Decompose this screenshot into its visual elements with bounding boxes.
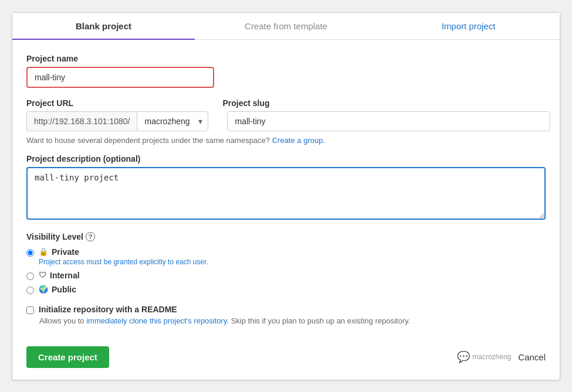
tab-template[interactable]: Create from template [195, 13, 377, 39]
visibility-title: Visibility Level ? [26, 232, 546, 241]
readme-section: Initialize repository with a README Allo… [26, 305, 546, 325]
visibility-public-item: 🌍 Public [26, 285, 546, 294]
cancel-button[interactable]: Cancel [518, 352, 546, 362]
project-name-input[interactable] [26, 67, 214, 88]
readme-hint: Allows you to immediately clone this pro… [39, 316, 546, 325]
visibility-private-item: 🔒 Private Project access must be granted… [26, 247, 546, 266]
footer-right: 💬 macrozheng Cancel [457, 350, 546, 363]
url-row: http://192.168.3.101:1080/ macrozheng [26, 111, 208, 131]
create-project-button[interactable]: Create project [26, 346, 109, 368]
visibility-radio-group: 🔒 Private Project access must be granted… [26, 247, 546, 294]
tab-bar: Blank project Create from template Impor… [12, 13, 560, 40]
description-label: Project description (optional) [26, 154, 546, 163]
description-group: Project description (optional) mall-tiny… [26, 154, 546, 221]
tab-import[interactable]: Import project [377, 13, 560, 39]
shield-icon: 🛡 [39, 271, 46, 279]
create-group-link[interactable]: Create a group. [272, 136, 325, 145]
project-slug-label: Project slug [222, 98, 546, 108]
url-prefix: http://192.168.3.101:1080/ [26, 111, 137, 131]
visibility-public-radio[interactable] [26, 287, 34, 294]
readme-checkbox-item: Initialize repository with a README [26, 305, 546, 314]
project-slug-group: Project slug [222, 98, 546, 131]
readme-label: Initialize repository with a README [39, 305, 177, 314]
visibility-private-desc: Project access must be granted explicitl… [39, 258, 208, 266]
visibility-public-label: 🌍 Public [39, 285, 76, 294]
description-textarea[interactable]: mall-tiny project [26, 167, 546, 220]
form-content: Project name Project URL http://192.168.… [12, 40, 560, 340]
lock-icon: 🔒 [39, 247, 48, 256]
namespace-select-wrapper: macrozheng [137, 111, 208, 131]
project-url-label: Project URL [26, 98, 208, 108]
readme-hint-link[interactable]: immediately clone this project's reposit… [86, 316, 229, 325]
visibility-internal-label: 🛡 Internal [39, 271, 80, 280]
project-name-label: Project name [26, 54, 546, 63]
visibility-internal-radio[interactable] [26, 272, 34, 280]
project-slug-input[interactable] [227, 111, 550, 131]
watermark: 💬 macrozheng [457, 350, 511, 363]
namespace-hint: Want to house several dependent projects… [26, 136, 546, 145]
project-url-group: Project URL http://192.168.3.101:1080/ m… [26, 98, 208, 131]
readme-checkbox[interactable] [26, 306, 34, 314]
tab-blank[interactable]: Blank project [12, 13, 195, 39]
url-slug-row: Project URL http://192.168.3.101:1080/ m… [26, 98, 546, 131]
visibility-internal-item: 🛡 Internal [26, 271, 546, 280]
globe-icon: 🌍 [39, 285, 48, 294]
watermark-icon: 💬 [457, 350, 470, 363]
namespace-select[interactable]: macrozheng [137, 111, 208, 131]
visibility-private-radio[interactable] [26, 249, 34, 257]
project-name-group: Project name [26, 54, 546, 88]
visibility-help-icon[interactable]: ? [86, 232, 95, 241]
main-container: Blank project Create from template Impor… [12, 12, 560, 380]
footer-row: Create project 💬 macrozheng Cancel [12, 340, 560, 368]
visibility-group: Visibility Level ? 🔒 Private Project acc… [26, 232, 546, 294]
visibility-private-label: 🔒 Private Project access must be granted… [39, 247, 208, 266]
